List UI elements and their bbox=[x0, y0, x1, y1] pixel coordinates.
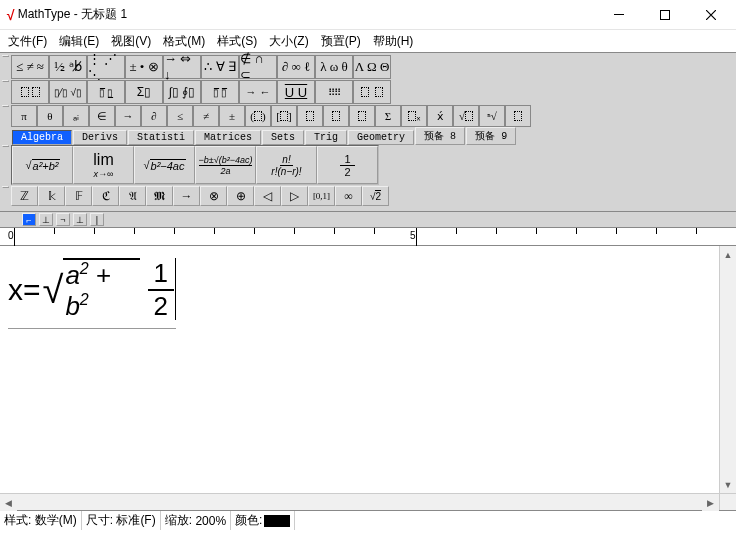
template-fractions[interactable]: ▯⁄▯ √▯ bbox=[49, 80, 87, 104]
mini-m[interactable]: 𝕸 bbox=[146, 186, 173, 206]
expr-quadratic[interactable]: −b±√(b²−4ac)2a bbox=[195, 146, 256, 184]
mini-arrow[interactable]: → bbox=[173, 186, 200, 206]
sym-element[interactable]: ∈ bbox=[89, 105, 115, 127]
horizontal-ruler[interactable]: 0 5 bbox=[0, 228, 736, 246]
sym-theta[interactable]: θ bbox=[37, 105, 63, 127]
expr-discriminant[interactable]: √b²−4ac bbox=[134, 146, 195, 184]
menu-help[interactable]: 帮助(H) bbox=[367, 31, 420, 52]
toolbar-grip[interactable] bbox=[2, 145, 9, 147]
tab-stop-right[interactable]: ¬ bbox=[56, 213, 70, 226]
template-integral[interactable]: ∫▯ ∮▯ bbox=[163, 80, 201, 104]
scroll-up-icon[interactable]: ▲ bbox=[720, 246, 736, 263]
tab-matrices[interactable]: Matrices bbox=[195, 130, 261, 145]
template-labeled-arrows[interactable]: → ← bbox=[239, 80, 277, 104]
mini-sqrt2[interactable]: √2 bbox=[362, 186, 389, 206]
mini-otimes[interactable]: ⊗ bbox=[200, 186, 227, 206]
tab-algebra[interactable]: Algebra bbox=[12, 130, 72, 145]
tab-stop-left[interactable]: ⌐ bbox=[22, 213, 36, 226]
tab-stop-decimal[interactable]: ⊥ bbox=[73, 213, 87, 226]
sym-sub-i[interactable]: ₐᵢ bbox=[63, 105, 89, 127]
tab-sets[interactable]: Sets bbox=[262, 130, 304, 145]
maximize-button[interactable] bbox=[642, 0, 688, 30]
menu-prefs[interactable]: 预置(P) bbox=[315, 31, 367, 52]
tab-statistics[interactable]: Statisti bbox=[128, 130, 194, 145]
vertical-scrollbar[interactable]: ▲ ▼ bbox=[719, 246, 736, 493]
expr-binomial[interactable]: n!r!(n−r)! bbox=[256, 146, 317, 184]
palette-greek-lower[interactable]: λ ω θ bbox=[315, 55, 353, 79]
horizontal-scrollbar[interactable]: ◀ ▶ bbox=[0, 493, 736, 510]
palette-embellish[interactable]: ⋮ ⋰ ⋱ bbox=[87, 55, 125, 79]
template-boxes[interactable] bbox=[353, 80, 391, 104]
mini-z[interactable]: ℤ bbox=[11, 186, 38, 206]
tab-geometry[interactable]: Geometry bbox=[348, 130, 414, 145]
status-size[interactable]: 尺寸: 标准(F) bbox=[82, 511, 161, 530]
tab-stop-center[interactable]: ⊥ bbox=[39, 213, 53, 226]
palette-logical[interactable]: ∴ ∀ ∃ bbox=[201, 55, 239, 79]
toolbar-grip[interactable] bbox=[2, 80, 9, 82]
scroll-right-icon[interactable]: ▶ bbox=[702, 494, 719, 511]
mini-a[interactable]: 𝔄 bbox=[119, 186, 146, 206]
mini-infty[interactable]: ∞ bbox=[335, 186, 362, 206]
template-subscript[interactable]: ▯̅ ▯̲ bbox=[87, 80, 125, 104]
menu-view[interactable]: 视图(V) bbox=[105, 31, 157, 52]
palette-arrows[interactable]: → ⇔ ↓ bbox=[163, 55, 201, 79]
status-style[interactable]: 样式: 数学(M) bbox=[0, 511, 82, 530]
scroll-down-icon[interactable]: ▼ bbox=[720, 476, 736, 493]
palette-relational[interactable]: ≤ ≠ ≈ bbox=[11, 55, 49, 79]
toolbar-grip[interactable] bbox=[2, 105, 9, 107]
scroll-left-icon[interactable]: ◀ bbox=[0, 494, 17, 511]
template-matrices[interactable]: ⠿⠿ bbox=[315, 80, 353, 104]
tab-stop-bar[interactable]: | bbox=[90, 213, 104, 226]
sym-pm[interactable]: ± bbox=[219, 105, 245, 127]
tab-preset-9[interactable]: 预备 9 bbox=[466, 127, 516, 145]
status-zoom[interactable]: 缩放: 200% bbox=[161, 511, 231, 530]
sym-arrow[interactable]: → bbox=[115, 105, 141, 127]
sym-partial[interactable]: ∂ bbox=[141, 105, 167, 127]
minimize-button[interactable] bbox=[596, 0, 642, 30]
status-color[interactable]: 颜色: bbox=[231, 511, 295, 530]
mini-rtri[interactable]: ▷ bbox=[281, 186, 308, 206]
tpl-acute[interactable]: x́ bbox=[427, 105, 453, 127]
expr-pythag[interactable]: √a²+b² bbox=[12, 146, 73, 184]
tpl-paren[interactable]: () bbox=[245, 105, 271, 127]
tab-preset-8[interactable]: 预备 8 bbox=[415, 127, 465, 145]
palette-set-theory[interactable]: ∉ ∩ ⊂ bbox=[239, 55, 277, 79]
mini-k[interactable]: 𝕜 bbox=[38, 186, 65, 206]
scroll-track[interactable] bbox=[720, 263, 736, 476]
mini-interval[interactable]: [0,1] bbox=[308, 186, 335, 206]
tpl-subx[interactable]: ₓ bbox=[401, 105, 427, 127]
sym-pi[interactable]: π bbox=[11, 105, 37, 127]
template-summation[interactable]: Σ▯ bbox=[125, 80, 163, 104]
tpl-slot4[interactable] bbox=[505, 105, 531, 127]
equation-editor[interactable]: x= √ a2 + b2 1 2 bbox=[0, 246, 719, 493]
tpl-nth-root[interactable]: ⁿ√ bbox=[479, 105, 505, 127]
tpl-slot2[interactable] bbox=[323, 105, 349, 127]
mini-c[interactable]: ℭ bbox=[92, 186, 119, 206]
sym-neq[interactable]: ≠ bbox=[193, 105, 219, 127]
palette-operators[interactable]: ± • ⊗ bbox=[125, 55, 163, 79]
palette-greek-upper[interactable]: Λ Ω Θ bbox=[353, 55, 391, 79]
tpl-sqrt[interactable]: √ bbox=[453, 105, 479, 127]
expr-one-half[interactable]: 12 bbox=[317, 146, 378, 184]
mini-f[interactable]: 𝔽 bbox=[65, 186, 92, 206]
template-fences[interactable] bbox=[11, 80, 49, 104]
palette-spaces[interactable]: ¹⁄₂ ᵃb̸ bbox=[49, 55, 87, 79]
tab-trig[interactable]: Trig bbox=[305, 130, 347, 145]
palette-misc[interactable]: ∂ ∞ ℓ bbox=[277, 55, 315, 79]
mini-oplus[interactable]: ⊕ bbox=[227, 186, 254, 206]
sym-leq[interactable]: ≤ bbox=[167, 105, 193, 127]
menu-style[interactable]: 样式(S) bbox=[211, 31, 263, 52]
template-products[interactable]: U U bbox=[277, 80, 315, 104]
expr-limit[interactable]: limx→∞ bbox=[73, 146, 134, 184]
tpl-slot1[interactable] bbox=[297, 105, 323, 127]
close-button[interactable] bbox=[688, 0, 734, 30]
tab-derivs[interactable]: Derivs bbox=[73, 130, 127, 145]
menu-format[interactable]: 格式(M) bbox=[157, 31, 211, 52]
menu-file[interactable]: 文件(F) bbox=[2, 31, 53, 52]
menu-size[interactable]: 大小(Z) bbox=[263, 31, 314, 52]
tpl-slot3[interactable] bbox=[349, 105, 375, 127]
mini-ltri[interactable]: ◁ bbox=[254, 186, 281, 206]
menu-edit[interactable]: 编辑(E) bbox=[53, 31, 105, 52]
template-overbar[interactable]: ▯̅ ▯̅ bbox=[201, 80, 239, 104]
scroll-track[interactable] bbox=[17, 494, 702, 510]
